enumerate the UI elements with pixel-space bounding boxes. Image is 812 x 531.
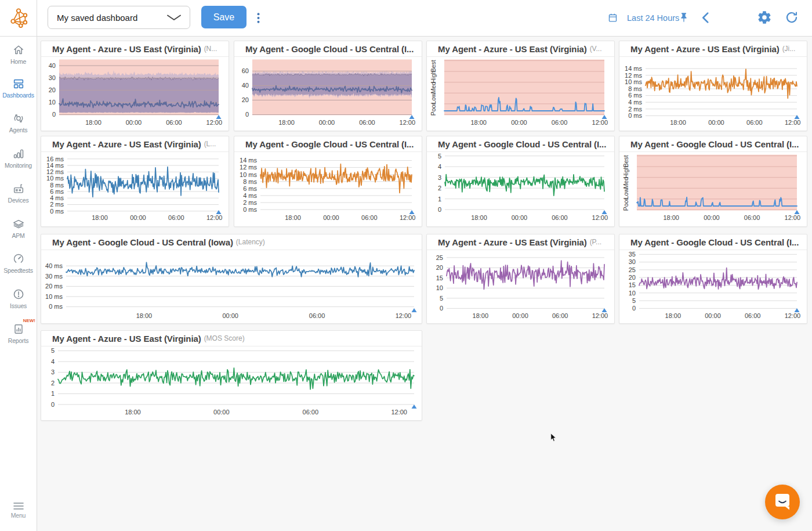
svg-text:Best: Best <box>622 155 629 167</box>
svg-text:00:00: 00:00 <box>319 119 335 126</box>
svg-text:06:00: 06:00 <box>168 214 184 221</box>
svg-text:00:00: 00:00 <box>705 312 721 319</box>
svg-text:18:00: 18:00 <box>470 119 487 126</box>
svg-text:12:00: 12:00 <box>206 214 223 221</box>
svg-text:1: 1 <box>51 390 55 397</box>
svg-text:25: 25 <box>629 266 636 273</box>
svg-text:12:00: 12:00 <box>592 214 608 221</box>
svg-text:18:00: 18:00 <box>85 119 102 126</box>
svg-text:Low: Low <box>430 93 437 104</box>
svg-text:4: 4 <box>51 358 55 365</box>
svg-text:35: 35 <box>629 251 636 258</box>
svg-text:00:00: 00:00 <box>323 214 339 221</box>
svg-text:06:00: 06:00 <box>552 312 568 319</box>
svg-text:Low: Low <box>622 188 629 200</box>
svg-text:10 ms: 10 ms <box>625 78 642 85</box>
svg-text:0 ms: 0 ms <box>243 206 257 213</box>
svg-text:18:00: 18:00 <box>285 214 301 221</box>
svg-text:8 ms: 8 ms <box>243 178 257 185</box>
svg-text:18:00: 18:00 <box>665 312 682 319</box>
svg-text:30: 30 <box>49 74 56 81</box>
svg-text:2 ms: 2 ms <box>50 201 64 208</box>
svg-text:4: 4 <box>438 163 441 170</box>
svg-text:12:00: 12:00 <box>785 119 801 126</box>
svg-text:12:00: 12:00 <box>400 214 416 221</box>
svg-text:06:00: 06:00 <box>552 214 568 221</box>
svg-text:00:00: 00:00 <box>708 119 724 126</box>
svg-text:4 ms: 4 ms <box>50 194 64 201</box>
svg-text:18:00: 18:00 <box>471 214 487 221</box>
svg-text:0: 0 <box>245 111 249 118</box>
svg-text:6 ms: 6 ms <box>628 92 642 99</box>
svg-text:10: 10 <box>436 284 443 291</box>
svg-text:16 ms: 16 ms <box>46 156 64 162</box>
svg-text:18:00: 18:00 <box>136 312 153 319</box>
svg-text:00:00: 00:00 <box>213 409 230 416</box>
svg-text:12:00: 12:00 <box>396 312 412 319</box>
svg-text:18:00: 18:00 <box>473 312 489 319</box>
svg-text:20: 20 <box>242 96 249 103</box>
svg-text:00:00: 00:00 <box>130 214 146 221</box>
svg-text:25: 25 <box>436 254 443 261</box>
svg-text:00:00: 00:00 <box>511 119 527 126</box>
svg-text:00:00: 00:00 <box>222 312 238 319</box>
svg-text:12:00: 12:00 <box>785 214 801 221</box>
svg-text:60: 60 <box>242 67 249 74</box>
svg-text:12 ms: 12 ms <box>625 72 642 79</box>
svg-text:10 ms: 10 ms <box>46 175 64 182</box>
svg-text:8 ms: 8 ms <box>628 85 642 92</box>
svg-text:06:00: 06:00 <box>552 119 568 126</box>
svg-text:10 ms: 10 ms <box>45 293 63 300</box>
svg-text:Poor: Poor <box>622 198 629 211</box>
svg-text:Poor: Poor <box>430 103 437 116</box>
svg-text:0: 0 <box>440 305 443 312</box>
svg-text:12:00: 12:00 <box>785 312 801 319</box>
svg-text:0: 0 <box>51 401 55 408</box>
svg-text:3: 3 <box>51 369 55 375</box>
svg-text:High: High <box>622 165 629 178</box>
svg-text:00:00: 00:00 <box>126 119 142 126</box>
svg-text:20 ms: 20 ms <box>45 283 63 290</box>
svg-text:Med: Med <box>622 177 629 189</box>
svg-text:0 ms: 0 ms <box>49 303 63 310</box>
svg-text:06:00: 06:00 <box>309 312 325 319</box>
svg-text:5: 5 <box>632 297 636 304</box>
svg-text:00:00: 00:00 <box>512 312 528 319</box>
svg-text:12 ms: 12 ms <box>240 164 257 171</box>
svg-text:20: 20 <box>49 86 56 93</box>
svg-text:3: 3 <box>438 174 441 181</box>
svg-text:06:00: 06:00 <box>359 119 375 126</box>
svg-text:18:00: 18:00 <box>125 409 141 416</box>
svg-text:8 ms: 8 ms <box>50 182 64 189</box>
svg-text:1: 1 <box>438 196 441 203</box>
svg-text:2 ms: 2 ms <box>243 199 257 206</box>
svg-text:18:00: 18:00 <box>663 214 679 221</box>
svg-text:18:00: 18:00 <box>278 119 295 126</box>
svg-text:5: 5 <box>440 295 443 302</box>
svg-text:06:00: 06:00 <box>361 214 378 221</box>
svg-text:06:00: 06:00 <box>744 214 760 221</box>
svg-text:12:00: 12:00 <box>592 119 608 126</box>
svg-text:10: 10 <box>49 99 56 106</box>
svg-text:12:00: 12:00 <box>400 119 416 126</box>
svg-text:2: 2 <box>51 380 55 386</box>
svg-text:30 ms: 30 ms <box>45 273 63 280</box>
svg-text:06:00: 06:00 <box>746 119 763 126</box>
svg-text:15: 15 <box>436 274 443 281</box>
svg-text:12 ms: 12 ms <box>46 168 64 175</box>
svg-text:2 ms: 2 ms <box>628 106 642 113</box>
svg-text:0: 0 <box>438 206 441 213</box>
svg-text:10: 10 <box>629 290 636 297</box>
svg-text:Med: Med <box>430 82 437 94</box>
svg-text:4 ms: 4 ms <box>628 99 642 106</box>
svg-text:6 ms: 6 ms <box>243 185 257 192</box>
svg-text:5: 5 <box>51 347 55 354</box>
svg-text:20: 20 <box>629 274 636 281</box>
svg-text:5: 5 <box>438 153 441 160</box>
svg-text:00:00: 00:00 <box>704 214 720 221</box>
svg-text:40: 40 <box>242 82 249 89</box>
svg-text:14 ms: 14 ms <box>240 157 257 164</box>
svg-text:12:00: 12:00 <box>592 312 608 319</box>
svg-text:12:00: 12:00 <box>206 119 223 126</box>
svg-text:14 ms: 14 ms <box>46 162 64 169</box>
